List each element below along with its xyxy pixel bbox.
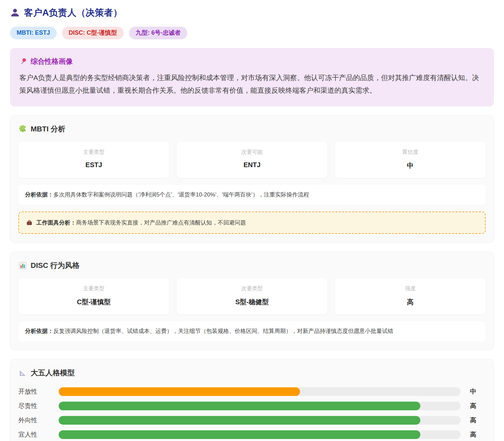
disc-secondary-value: S型-稳健型 (181, 298, 323, 307)
mbti-secondary-card: 次要可能 ENTJ (177, 142, 328, 178)
page-header: 客户A负责人（决策者） (10, 7, 494, 19)
big5-section-title-row: 大五人格模型 (18, 368, 486, 378)
big5-bar-row-agreeableness: 宜人性 高 (18, 430, 486, 439)
big5-level-label: 高 (461, 416, 486, 425)
mbti-confidence-label: 置信度 (339, 149, 481, 156)
disc-intensity-value: 高 (339, 298, 481, 307)
work-mask-box: 工作面具分析：商务场景下表现务实直接，对产品推广难点有清醒认知，不回避问题 (18, 211, 486, 234)
page-title: 客户A负责人（决策者） (24, 7, 122, 19)
big5-level-label: 中 (461, 387, 486, 396)
big5-bar-fill (59, 416, 420, 425)
disc-badge: DISC: C型-谨慎型 (62, 27, 124, 39)
mbti-section: MBTI 分析 主要类型 ESTJ 次要可能 ENTJ 置信度 中 分析依据：多… (10, 115, 494, 243)
big5-bar-fill (59, 402, 420, 410)
big5-trait-label: 宜人性 (18, 430, 59, 439)
briefcase-icon (26, 219, 33, 227)
mbti-basis: 分析依据：多次用具体数字和案例说明问题（'净利润5个点'、'退货率10-20%'… (18, 185, 486, 205)
big5-level-label: 高 (461, 402, 486, 410)
summary-title-row: 综合性格画像 (19, 57, 485, 66)
work-mask-text: 商务场景下表现务实直接，对产品推广难点有清醒认知，不回避问题 (76, 219, 246, 226)
mbti-badge: MBTI: ESTJ (10, 27, 57, 39)
big5-trait-label: 开放性 (18, 387, 59, 396)
person-icon (10, 8, 20, 18)
big5-bar-fill (59, 387, 300, 396)
ruler-icon (18, 369, 27, 377)
mbti-primary-card: 主要类型 ESTJ (18, 142, 169, 178)
mbti-confidence-card: 置信度 中 (335, 142, 486, 178)
disc-basis: 分析依据：反复强调风险控制（退货率、试错成本、运费），关注细节（包装规格、价格区… (18, 321, 486, 341)
mbti-cards: 主要类型 ESTJ 次要可能 ENTJ 置信度 中 (18, 142, 486, 178)
bar-chart-icon (18, 261, 27, 270)
disc-cards: 主要类型 C型-谨慎型 次要类型 S型-稳健型 强度 高 (18, 279, 486, 315)
disc-primary-card: 主要类型 C型-谨慎型 (18, 279, 169, 315)
disc-section-title: DISC 行为风格 (31, 261, 80, 271)
big5-bars: 开放性 中 尽责性 高 外向性 高 宜人性 高 神经质 (18, 387, 486, 441)
big5-bar-fill (59, 430, 420, 439)
big5-section-title: 大五人格模型 (31, 368, 75, 378)
summary-panel: 综合性格画像 客户A负责人是典型的务实型经销商决策者，注重风险控制和成本管理，对… (10, 48, 494, 107)
disc-intensity-label: 强度 (339, 285, 481, 292)
disc-section: DISC 行为风格 主要类型 C型-谨慎型 次要类型 S型-稳健型 强度 高 分… (10, 252, 494, 350)
mbti-section-title: MBTI 分析 (31, 124, 65, 134)
puzzle-icon (18, 125, 27, 133)
personality-profile-page: 客户A负责人（决策者） MBTI: ESTJ DISC: C型-谨慎型 九型: … (0, 0, 504, 441)
big5-section: 大五人格模型 开放性 中 尽责性 高 外向性 高 宜人性 高 (10, 359, 494, 441)
big5-bar-track (59, 430, 461, 439)
mbti-primary-value: ESTJ (23, 161, 165, 169)
big5-bar-track (59, 416, 461, 425)
mbti-basis-label: 分析依据： (25, 191, 53, 198)
mbti-primary-label: 主要类型 (23, 149, 165, 156)
enneagram-badge: 九型: 6号-忠诚者 (129, 27, 187, 39)
mbti-section-title-row: MBTI 分析 (18, 124, 486, 134)
badge-row: MBTI: ESTJ DISC: C型-谨慎型 九型: 6号-忠诚者 (10, 27, 494, 39)
disc-secondary-label: 次要类型 (181, 285, 323, 292)
mbti-secondary-label: 次要可能 (181, 149, 323, 156)
big5-bar-track (59, 402, 461, 410)
work-mask-text-wrap: 工作面具分析：商务场景下表现务实直接，对产品推广难点有清醒认知，不回避问题 (36, 218, 246, 227)
disc-basis-label: 分析依据： (25, 328, 53, 334)
disc-section-title-row: DISC 行为风格 (18, 261, 486, 271)
work-mask-label: 工作面具分析： (36, 219, 76, 226)
big5-level-label: 高 (461, 430, 486, 439)
disc-intensity-card: 强度 高 (335, 279, 486, 315)
mbti-basis-text: 多次用具体数字和案例说明问题（'净利润5个点'、'退货率10-20%'、'端午两… (53, 191, 309, 198)
big5-bar-row-conscientiousness: 尽责性 高 (18, 402, 486, 410)
disc-primary-value: C型-谨慎型 (23, 298, 165, 307)
disc-secondary-card: 次要类型 S型-稳健型 (177, 279, 328, 315)
mbti-secondary-value: ENTJ (181, 161, 323, 169)
disc-basis-text: 反复强调风险控制（退货率、试错成本、运费），关注细节（包装规格、价格区间、结算周… (53, 328, 393, 334)
big5-bar-row-extraversion: 外向性 高 (18, 416, 486, 425)
mbti-confidence-value: 中 (339, 161, 481, 170)
summary-text: 客户A负责人是典型的务实型经销商决策者，注重风险控制和成本管理，对市场有深入洞察… (19, 71, 485, 97)
disc-primary-label: 主要类型 (23, 285, 165, 292)
pushpin-icon (19, 57, 27, 65)
big5-bar-row-openness: 开放性 中 (18, 387, 486, 396)
summary-title: 综合性格画像 (31, 57, 73, 66)
big5-trait-label: 外向性 (18, 416, 59, 425)
big5-trait-label: 尽责性 (18, 402, 59, 410)
big5-bar-track (59, 387, 461, 396)
